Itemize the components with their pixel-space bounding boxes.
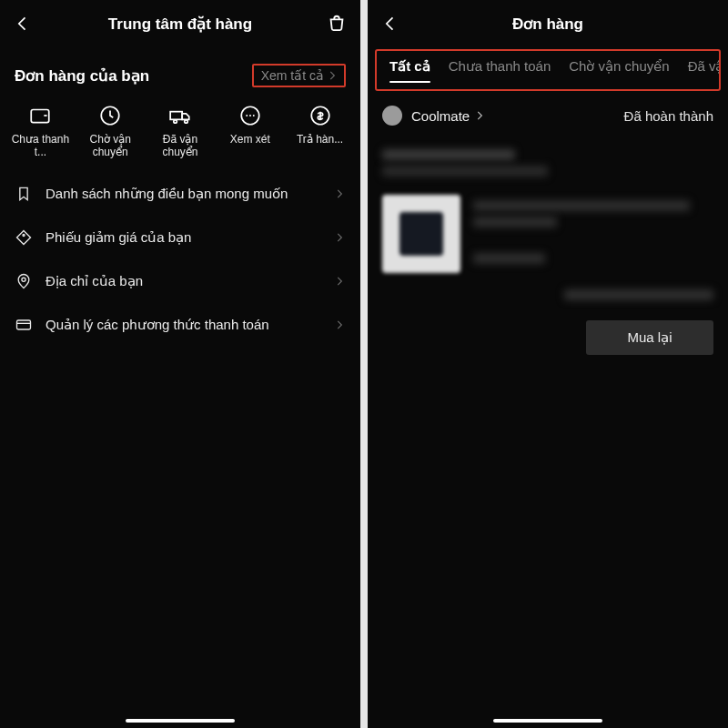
review-icon — [238, 104, 262, 127]
status-label: Trả hàn... — [297, 133, 343, 146]
chevron-right-icon — [326, 69, 339, 82]
location-icon — [15, 272, 33, 290]
back-button[interactable] — [380, 14, 400, 34]
blurred-content — [368, 135, 728, 187]
coupon-icon — [15, 228, 33, 247]
see-all-label: Xem tất cả — [261, 68, 324, 83]
menu-coupons[interactable]: Phiếu giảm giá của bạn — [0, 216, 360, 259]
back-button[interactable] — [13, 14, 33, 34]
status-unpaid[interactable]: Chưa thanh t... — [5, 104, 76, 159]
svg-point-10 — [23, 234, 25, 236]
status-label: Xem xét — [230, 133, 270, 146]
product-info — [473, 195, 713, 269]
order-status-text: Đã hoàn thành — [624, 108, 713, 124]
truck-icon — [168, 104, 192, 127]
status-shipped[interactable]: Đã vận chuyển — [146, 104, 216, 159]
menu-list: Danh sách những điều bạn mong muốn Phiếu… — [0, 172, 360, 347]
highlight-tabs: Tất cả Chưa thanh toán Chờ vận chuyển Đã… — [375, 49, 721, 91]
phone-left: Trung tâm đặt hàng Đơn hàng của bạn Xem … — [0, 0, 360, 728]
status-label: Chờ vận chuyển — [76, 133, 146, 159]
svg-point-4 — [185, 120, 187, 123]
tab-awaiting-ship[interactable]: Chờ vận chuyển — [569, 58, 669, 82]
svg-rect-2 — [170, 112, 182, 120]
status-review[interactable]: Xem xét — [215, 104, 285, 159]
status-label: Đã vận chuyển — [146, 133, 216, 159]
chevron-right-icon — [333, 187, 346, 200]
orders-heading: Đơn hàng của bạn — [15, 66, 149, 86]
chevron-right-icon — [333, 231, 346, 244]
shop-name: Coolmate — [411, 108, 486, 124]
cart-icon[interactable] — [326, 13, 348, 35]
shop-row[interactable]: Coolmate Đã hoàn thành — [368, 96, 728, 135]
svg-point-11 — [22, 278, 25, 281]
header: Trung tâm đặt hàng — [0, 0, 360, 47]
refund-icon — [308, 104, 332, 127]
phone-right: Đơn hàng Tất cả Chưa thanh toán Chờ vận … — [368, 0, 728, 728]
header: Đơn hàng — [368, 0, 728, 47]
menu-wishlist[interactable]: Danh sách những điều bạn mong muốn — [0, 172, 360, 216]
home-indicator[interactable] — [493, 719, 602, 723]
buy-again-button[interactable]: Mua lại — [586, 320, 713, 355]
tab-unpaid[interactable]: Chưa thanh toán — [449, 58, 551, 82]
page-title: Đơn hàng — [368, 15, 728, 34]
shop-avatar — [382, 106, 402, 126]
svg-point-3 — [174, 120, 177, 123]
tab-shipped[interactable]: Đã vậ — [688, 58, 719, 82]
svg-point-6 — [246, 115, 248, 116]
order-product-row[interactable] — [368, 187, 728, 282]
menu-label: Danh sách những điều bạn mong muốn — [46, 186, 320, 202]
orders-section-head: Đơn hàng của bạn Xem tất cả — [0, 47, 360, 96]
menu-address[interactable]: Địa chỉ của bạn — [0, 259, 360, 303]
product-thumbnail — [382, 195, 460, 273]
home-indicator[interactable] — [126, 719, 235, 723]
tab-all[interactable]: Tất cả — [389, 58, 430, 82]
order-tabs: Tất cả Chưa thanh toán Chờ vận chuyển Đã… — [377, 51, 719, 89]
bookmark-icon — [15, 185, 33, 203]
svg-point-7 — [249, 115, 251, 116]
menu-label: Địa chỉ của bạn — [46, 273, 320, 289]
card-icon — [15, 316, 33, 334]
see-all-link[interactable]: Xem tất cả — [261, 68, 339, 83]
page-title: Trung tâm đặt hàng — [0, 15, 360, 34]
order-status-row: Chưa thanh t... Chờ vận chuyển Đã vận ch… — [0, 96, 360, 172]
clock-icon — [98, 104, 122, 127]
highlight-see-all: Xem tất cả — [252, 64, 346, 87]
chevron-right-icon — [473, 109, 486, 122]
status-return[interactable]: Trả hàn... — [285, 104, 355, 159]
menu-label: Phiếu giảm giá của bạn — [46, 229, 320, 246]
price-area — [368, 282, 728, 317]
svg-rect-12 — [17, 320, 31, 329]
menu-payment[interactable]: Quản lý các phương thức thanh toán — [0, 303, 360, 347]
chevron-right-icon — [333, 318, 346, 331]
status-awaiting-ship[interactable]: Chờ vận chuyển — [76, 104, 146, 159]
svg-point-8 — [253, 115, 255, 116]
chevron-right-icon — [333, 275, 346, 288]
shop-name-label: Coolmate — [411, 108, 470, 124]
wallet-icon — [28, 104, 52, 127]
menu-label: Quản lý các phương thức thanh toán — [46, 317, 320, 333]
status-label: Chưa thanh t... — [5, 133, 76, 159]
